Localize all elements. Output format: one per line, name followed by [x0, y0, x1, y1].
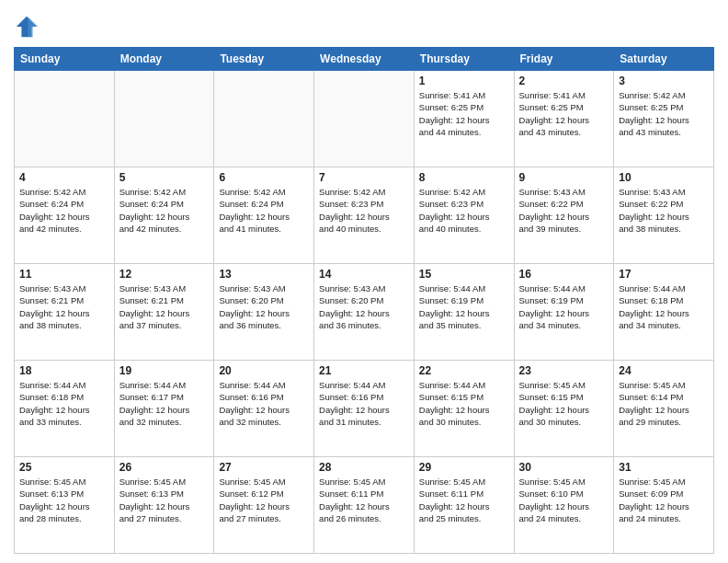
page: SundayMondayTuesdayWednesdayThursdayFrid… — [0, 0, 728, 563]
svg-marker-1 — [28, 17, 38, 37]
calendar-cell: 12Sunrise: 5:43 AMSunset: 6:21 PMDayligh… — [114, 264, 214, 361]
logo-icon — [14, 14, 40, 40]
calendar-cell — [214, 71, 314, 167]
day-info: Sunrise: 5:43 AMSunset: 6:22 PMDaylight:… — [519, 186, 609, 235]
calendar-cell: 29Sunrise: 5:45 AMSunset: 6:11 PMDayligh… — [414, 457, 514, 554]
calendar-cell: 20Sunrise: 5:44 AMSunset: 6:16 PMDayligh… — [214, 361, 314, 457]
calendar-cell: 23Sunrise: 5:45 AMSunset: 6:15 PMDayligh… — [514, 361, 614, 457]
day-number: 7 — [319, 171, 409, 184]
calendar-cell: 27Sunrise: 5:45 AMSunset: 6:12 PMDayligh… — [214, 457, 314, 554]
day-number: 27 — [219, 461, 309, 474]
day-number: 26 — [119, 461, 210, 474]
day-number: 2 — [519, 75, 609, 87]
day-info: Sunrise: 5:43 AMSunset: 6:21 PMDaylight:… — [19, 282, 109, 331]
day-info: Sunrise: 5:45 AMSunset: 6:09 PMDaylight:… — [619, 476, 709, 524]
calendar-header-row: SundayMondayTuesdayWednesdayThursdayFrid… — [15, 48, 714, 71]
calendar-day-header: Thursday — [414, 48, 514, 71]
day-info: Sunrise: 5:45 AMSunset: 6:11 PMDaylight:… — [419, 476, 509, 524]
day-info: Sunrise: 5:43 AMSunset: 6:20 PMDaylight:… — [319, 282, 409, 331]
calendar-cell: 21Sunrise: 5:44 AMSunset: 6:16 PMDayligh… — [314, 361, 415, 457]
calendar-cell: 3Sunrise: 5:42 AMSunset: 6:25 PMDaylight… — [614, 71, 714, 167]
day-info: Sunrise: 5:42 AMSunset: 6:24 PMDaylight:… — [19, 186, 109, 235]
day-number: 25 — [19, 461, 109, 474]
day-info: Sunrise: 5:42 AMSunset: 6:24 PMDaylight:… — [219, 186, 309, 235]
day-number: 19 — [119, 364, 210, 377]
header — [14, 9, 714, 40]
day-number: 31 — [619, 461, 709, 474]
day-info: Sunrise: 5:43 AMSunset: 6:21 PMDaylight:… — [119, 282, 210, 331]
calendar-cell: 16Sunrise: 5:44 AMSunset: 6:19 PMDayligh… — [514, 264, 614, 361]
calendar-cell: 22Sunrise: 5:44 AMSunset: 6:15 PMDayligh… — [414, 361, 514, 457]
day-number: 6 — [219, 171, 309, 184]
day-number: 4 — [19, 171, 109, 184]
calendar-cell — [114, 71, 214, 167]
calendar-week-row: 1Sunrise: 5:41 AMSunset: 6:25 PMDaylight… — [15, 71, 714, 167]
calendar-cell: 26Sunrise: 5:45 AMSunset: 6:13 PMDayligh… — [114, 457, 214, 554]
day-number: 28 — [319, 461, 409, 474]
calendar-cell: 9Sunrise: 5:43 AMSunset: 6:22 PMDaylight… — [514, 167, 614, 264]
day-number: 11 — [19, 268, 109, 281]
calendar-cell: 25Sunrise: 5:45 AMSunset: 6:13 PMDayligh… — [15, 457, 115, 554]
calendar-cell: 30Sunrise: 5:45 AMSunset: 6:10 PMDayligh… — [514, 457, 614, 554]
day-number: 30 — [519, 461, 609, 474]
calendar-cell: 15Sunrise: 5:44 AMSunset: 6:19 PMDayligh… — [414, 264, 514, 361]
day-number: 29 — [419, 461, 509, 474]
day-number: 1 — [419, 75, 509, 87]
day-info: Sunrise: 5:45 AMSunset: 6:14 PMDaylight:… — [619, 379, 709, 428]
day-number: 24 — [619, 364, 709, 377]
day-info: Sunrise: 5:41 AMSunset: 6:25 PMDaylight:… — [519, 89, 609, 138]
calendar-day-header: Monday — [114, 48, 214, 71]
calendar-day-header: Sunday — [15, 48, 115, 71]
day-number: 16 — [519, 268, 609, 281]
day-number: 20 — [219, 364, 309, 377]
day-info: Sunrise: 5:45 AMSunset: 6:15 PMDaylight:… — [519, 379, 609, 428]
calendar-cell: 4Sunrise: 5:42 AMSunset: 6:24 PMDaylight… — [15, 167, 115, 264]
calendar-cell: 6Sunrise: 5:42 AMSunset: 6:24 PMDaylight… — [214, 167, 314, 264]
calendar-week-row: 25Sunrise: 5:45 AMSunset: 6:13 PMDayligh… — [15, 457, 714, 554]
calendar-cell: 11Sunrise: 5:43 AMSunset: 6:21 PMDayligh… — [15, 264, 115, 361]
day-number: 23 — [519, 364, 609, 377]
day-number: 10 — [619, 171, 709, 184]
day-number: 9 — [519, 171, 609, 184]
day-info: Sunrise: 5:45 AMSunset: 6:13 PMDaylight:… — [119, 476, 210, 524]
day-number: 15 — [419, 268, 509, 281]
day-number: 14 — [319, 268, 409, 281]
calendar-week-row: 11Sunrise: 5:43 AMSunset: 6:21 PMDayligh… — [15, 264, 714, 361]
day-info: Sunrise: 5:44 AMSunset: 6:19 PMDaylight:… — [519, 282, 609, 331]
calendar-week-row: 18Sunrise: 5:44 AMSunset: 6:18 PMDayligh… — [15, 361, 714, 457]
calendar-cell: 1Sunrise: 5:41 AMSunset: 6:25 PMDaylight… — [414, 71, 514, 167]
calendar-cell: 10Sunrise: 5:43 AMSunset: 6:22 PMDayligh… — [614, 167, 714, 264]
calendar-cell: 7Sunrise: 5:42 AMSunset: 6:23 PMDaylight… — [314, 167, 415, 264]
day-number: 5 — [119, 171, 210, 184]
calendar-cell: 18Sunrise: 5:44 AMSunset: 6:18 PMDayligh… — [15, 361, 115, 457]
calendar-cell: 2Sunrise: 5:41 AMSunset: 6:25 PMDaylight… — [514, 71, 614, 167]
calendar-day-header: Saturday — [614, 48, 714, 71]
calendar-cell — [15, 71, 115, 167]
day-info: Sunrise: 5:45 AMSunset: 6:13 PMDaylight:… — [19, 476, 109, 524]
day-info: Sunrise: 5:45 AMSunset: 6:11 PMDaylight:… — [319, 476, 409, 524]
day-number: 22 — [419, 364, 509, 377]
calendar-week-row: 4Sunrise: 5:42 AMSunset: 6:24 PMDaylight… — [15, 167, 714, 264]
calendar-day-header: Wednesday — [314, 48, 415, 71]
day-info: Sunrise: 5:42 AMSunset: 6:25 PMDaylight:… — [619, 89, 709, 138]
day-info: Sunrise: 5:44 AMSunset: 6:16 PMDaylight:… — [319, 379, 409, 428]
calendar-cell: 19Sunrise: 5:44 AMSunset: 6:17 PMDayligh… — [114, 361, 214, 457]
calendar-cell — [314, 71, 415, 167]
day-info: Sunrise: 5:43 AMSunset: 6:22 PMDaylight:… — [619, 186, 709, 235]
day-info: Sunrise: 5:41 AMSunset: 6:25 PMDaylight:… — [419, 89, 509, 138]
calendar-cell: 17Sunrise: 5:44 AMSunset: 6:18 PMDayligh… — [614, 264, 714, 361]
calendar-table: SundayMondayTuesdayWednesdayThursdayFrid… — [14, 47, 714, 554]
day-info: Sunrise: 5:42 AMSunset: 6:23 PMDaylight:… — [319, 186, 409, 235]
day-number: 8 — [419, 171, 509, 184]
day-number: 17 — [619, 268, 709, 281]
calendar-cell: 5Sunrise: 5:42 AMSunset: 6:24 PMDaylight… — [114, 167, 214, 264]
day-number: 12 — [119, 268, 210, 281]
day-info: Sunrise: 5:45 AMSunset: 6:10 PMDaylight:… — [519, 476, 609, 524]
day-info: Sunrise: 5:44 AMSunset: 6:19 PMDaylight:… — [419, 282, 509, 331]
calendar-cell: 31Sunrise: 5:45 AMSunset: 6:09 PMDayligh… — [614, 457, 714, 554]
calendar-day-header: Friday — [514, 48, 614, 71]
day-info: Sunrise: 5:43 AMSunset: 6:20 PMDaylight:… — [219, 282, 309, 331]
day-info: Sunrise: 5:42 AMSunset: 6:23 PMDaylight:… — [419, 186, 509, 235]
calendar-cell: 13Sunrise: 5:43 AMSunset: 6:20 PMDayligh… — [214, 264, 314, 361]
day-info: Sunrise: 5:42 AMSunset: 6:24 PMDaylight:… — [119, 186, 210, 235]
